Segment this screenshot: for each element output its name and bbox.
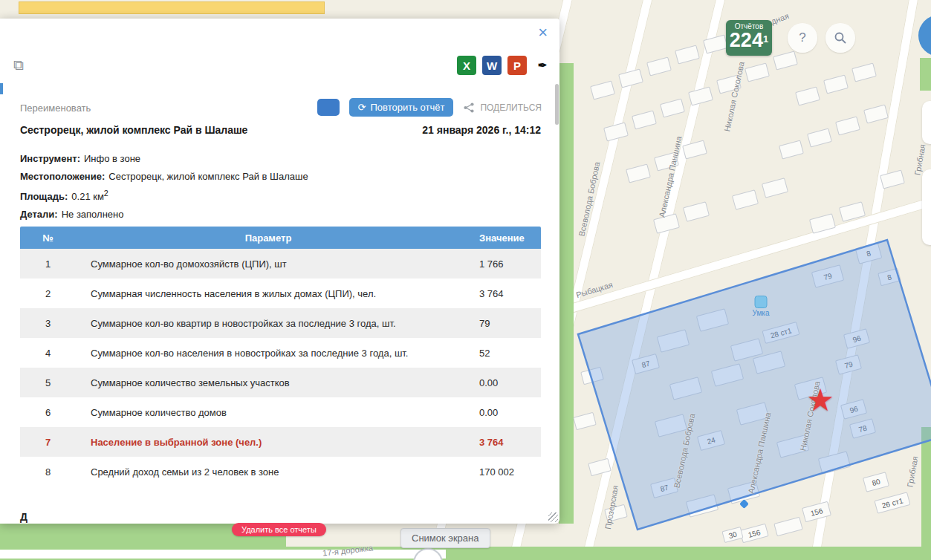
report-actions: ⟳ Повторить отчёт ПОДЕЛИТЬСЯ <box>317 98 542 117</box>
building <box>686 494 718 518</box>
repeat-report-button[interactable]: ⟳ Повторить отчёт <box>349 98 454 117</box>
row-number: 4 <box>20 348 76 359</box>
building-number: 26 ст1 <box>881 496 904 509</box>
row-parameter: Население в выбранной зоне (чел.) <box>76 437 461 448</box>
row-parameter: Суммарное кол-во квартир в новостройках … <box>76 318 461 329</box>
building <box>675 45 700 64</box>
building <box>762 178 788 198</box>
resize-handle[interactable] <box>548 512 558 522</box>
meta-instrument: Инструмент:Инфо в зоне <box>20 153 308 164</box>
building <box>573 412 597 431</box>
screenshot-button[interactable]: Снимок экрана <box>400 528 490 548</box>
star-marker[interactable]: ★ <box>806 385 834 416</box>
row-value: 3 764 <box>461 437 541 448</box>
building-number: 96 <box>851 333 862 344</box>
building: 78 <box>849 418 876 439</box>
row-number: 2 <box>20 288 76 299</box>
help-button[interactable]: ? <box>788 23 817 53</box>
feather-export-icon[interactable]: ✒ <box>533 56 552 75</box>
report-datetime: 21 января 2026 г., 14:12 <box>422 124 541 136</box>
building <box>688 86 713 105</box>
building-number: 87 <box>640 359 651 369</box>
app-root: 887928 ст19679879678248026 ст18715615630… <box>0 0 931 560</box>
building <box>657 329 690 353</box>
green-strip <box>921 427 931 560</box>
map-control-pill[interactable] <box>922 101 931 144</box>
excel-icon[interactable]: X <box>457 56 476 75</box>
row-number: 7 <box>20 437 76 448</box>
building <box>823 74 849 94</box>
meta-details: Детали:Не заполнено <box>20 209 308 220</box>
building-number: 79 <box>823 271 833 281</box>
blue-accent-bar <box>0 83 3 94</box>
table-row: 3Суммарное кол-во квартир в новостройках… <box>20 308 541 338</box>
row-number: 1 <box>20 258 76 270</box>
truncated-section-text: Д <box>20 511 27 523</box>
repeat-report-label: Повторить отчёт <box>370 102 444 113</box>
main-road <box>19 1 325 14</box>
search-button[interactable] <box>825 23 855 53</box>
row-parameter: Суммарное кол-во домохозяйств (ЦПИ), шт <box>76 258 461 270</box>
building: 28 ст1 <box>762 322 799 344</box>
bottom-road <box>0 550 446 559</box>
search-icon <box>834 31 847 45</box>
meta-location: Местоположение:Сестрорецк, жилой комплек… <box>20 171 308 182</box>
reports-counter-badge[interactable]: Отчётов2241 <box>726 20 772 56</box>
copy-report-icon[interactable]: ⧉ <box>13 57 24 74</box>
row-value: 170 002 <box>461 466 541 478</box>
report-title: Сестрорецк, жилой комплекс Рай в Шалаше <box>20 124 247 136</box>
powerpoint-icon[interactable]: P <box>507 56 527 75</box>
building <box>660 98 685 117</box>
building: 156 <box>802 501 831 523</box>
close-icon[interactable]: × <box>538 25 548 41</box>
poi-umka[interactable]: Умка <box>753 296 770 317</box>
header-value: Значение <box>461 232 541 244</box>
share-icon <box>463 102 475 114</box>
refresh-icon: ⟳ <box>358 102 366 113</box>
green-strip <box>920 58 931 91</box>
building <box>795 86 820 105</box>
building <box>603 122 629 141</box>
building: 79 <box>835 354 862 375</box>
building <box>669 377 702 400</box>
collapsed-action-button[interactable] <box>317 99 340 116</box>
building-number: 30 <box>727 530 738 540</box>
scrollbar-thumb[interactable] <box>555 84 559 125</box>
avatar[interactable] <box>918 15 931 56</box>
building <box>711 363 744 387</box>
building: 96 <box>843 328 870 349</box>
map-control-pill[interactable] <box>922 169 931 245</box>
row-number: 3 <box>20 318 76 329</box>
meta-area: Площадь:0.21 км2 <box>20 189 308 202</box>
building-number: 156 <box>747 528 762 539</box>
building <box>646 56 672 76</box>
building <box>779 140 804 159</box>
word-icon[interactable]: W <box>482 56 502 75</box>
table-body: 1Суммарное кол-во домохозяйств (ЦПИ), шт… <box>20 249 541 486</box>
table-row: 1Суммарное кол-во домохозяйств (ЦПИ), шт… <box>20 249 541 279</box>
building <box>818 451 851 475</box>
building-number: 80 <box>871 477 881 487</box>
rename-link[interactable]: Переименовать <box>20 102 91 114</box>
delete-all-reports-button[interactable]: Удалить все отчеты <box>232 523 326 536</box>
building-number: 156 <box>810 507 824 518</box>
table-row: 2Суммарная численность населения в жилых… <box>20 279 541 308</box>
building <box>773 517 802 537</box>
building-number: 79 <box>843 359 854 370</box>
building <box>683 201 710 222</box>
share-button[interactable]: ПОДЕЛИТЬСЯ <box>463 102 542 114</box>
building: 24 <box>697 430 725 451</box>
building: 79 <box>811 264 844 288</box>
row-parameter: Суммарное количество земельных участков <box>76 377 461 388</box>
building <box>835 116 860 135</box>
building: 8 <box>878 268 901 287</box>
building: 80 <box>863 472 889 492</box>
reports-badge-value: 224 <box>730 29 763 51</box>
table-row: 4Суммарное кол-во населения в новостройк… <box>20 338 541 368</box>
parameters-table: № Параметр Значение 1Суммарное кол-во до… <box>20 227 541 486</box>
building <box>626 163 651 183</box>
row-parameter: Суммарная численность населения в жилых … <box>76 288 461 299</box>
export-icons-group: XWP✒ <box>457 56 552 75</box>
report-modal: × ⧉ XWP✒ Переименовать ⟳ Повторить отчёт… <box>0 19 559 524</box>
building: 26 ст1 <box>874 492 910 513</box>
